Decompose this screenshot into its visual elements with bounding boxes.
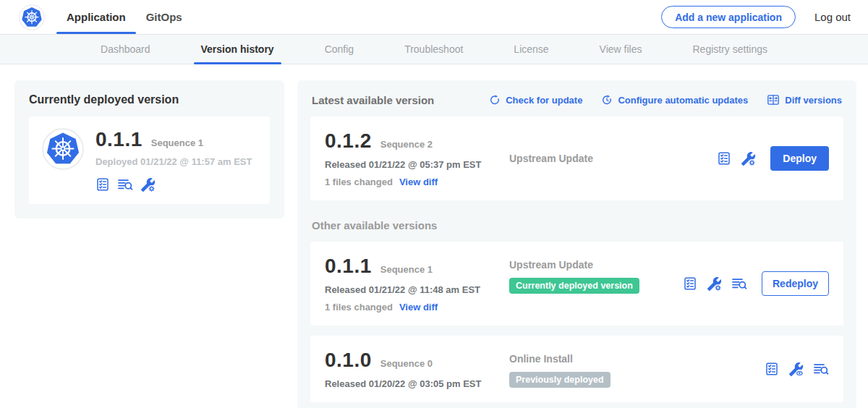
view-config-wrench-gear-icon[interactable] xyxy=(140,177,156,192)
currently-deployed-badge: Currently deployed version xyxy=(509,278,639,294)
version-source: Upstream Update xyxy=(509,153,708,164)
tab-troubleshoot[interactable]: Troubleshoot xyxy=(400,35,467,64)
deploy-button[interactable]: Deploy xyxy=(770,146,829,171)
version-number: 0.1.1 xyxy=(325,255,372,278)
tab-gitops[interactable]: GitOps xyxy=(136,0,192,34)
view-diff-link[interactable]: View diff xyxy=(399,302,438,313)
configure-automatic-updates-link[interactable]: Configure automatic updates xyxy=(601,94,748,106)
version-card-0-1-0: 0.1.0 Sequence 0 Released 01/20/22 @ 03:… xyxy=(310,336,843,402)
tab-registry-settings[interactable]: Registry settings xyxy=(689,35,772,64)
latest-available-title: Latest available version xyxy=(312,94,434,106)
section-nav: Dashboard Version history Config Trouble… xyxy=(0,34,868,64)
deploy-logs-icon[interactable] xyxy=(813,361,829,377)
tab-application[interactable]: Application xyxy=(56,0,136,34)
previously-deployed-badge: Previously deployed xyxy=(509,372,610,388)
tab-dashboard[interactable]: Dashboard xyxy=(96,35,155,64)
app-kubernetes-logo-icon xyxy=(42,128,84,170)
version-sequence: Sequence 0 xyxy=(380,358,433,369)
check-for-update-label: Check for update xyxy=(506,95,582,106)
version-card-0-1-1: 0.1.1 Sequence 1 Released 01/21/22 @ 11:… xyxy=(310,242,843,326)
diff-versions-link[interactable]: Diff versions xyxy=(767,93,842,106)
deployed-version-card: 0.1.1 Sequence 1 Deployed 01/21/22 @ 11:… xyxy=(29,116,270,204)
preflight-checklist-icon[interactable] xyxy=(683,276,697,291)
preflight-checklist-icon[interactable] xyxy=(717,151,731,166)
version-source: Online Install xyxy=(509,353,756,365)
schedule-icon xyxy=(601,94,613,106)
deployed-panel-title: Currently deployed version xyxy=(29,93,270,106)
top-bar: Application GitOps Add a new application… xyxy=(0,0,868,34)
version-sequence: Sequence 2 xyxy=(380,139,433,150)
tab-view-files[interactable]: View files xyxy=(595,35,647,64)
available-versions-panel: Latest available version Check for updat… xyxy=(297,80,856,408)
diff-icon xyxy=(767,93,780,106)
version-sequence: Sequence 1 xyxy=(380,264,433,275)
currently-deployed-panel: Currently deployed version 0.1.1 Sequenc… xyxy=(14,80,284,218)
kubernetes-logo-icon xyxy=(19,4,45,30)
app-nav: Application GitOps xyxy=(56,0,192,34)
version-released: Released 01/21/22 @ 11:48 am EST xyxy=(325,284,509,295)
add-application-button[interactable]: Add a new application xyxy=(661,6,796,28)
version-released: Released 01/21/22 @ 05:37 pm EST xyxy=(325,159,509,170)
preflight-checklist-icon[interactable] xyxy=(95,177,110,192)
deployed-sequence: Sequence 1 xyxy=(151,137,203,148)
diff-versions-label: Diff versions xyxy=(785,95,842,106)
redeploy-button[interactable]: Redeploy xyxy=(762,271,829,296)
tab-license[interactable]: License xyxy=(509,35,553,64)
files-changed: 1 files changed xyxy=(325,302,393,313)
version-number: 0.1.2 xyxy=(325,129,372,153)
configure-automatic-updates-label: Configure automatic updates xyxy=(618,95,748,106)
main-content: Currently deployed version 0.1.1 Sequenc… xyxy=(0,64,868,408)
refresh-icon xyxy=(489,94,501,106)
files-changed: 1 files changed xyxy=(325,177,393,187)
version-card-0-1-2: 0.1.2 Sequence 2 Released 01/21/22 @ 05:… xyxy=(310,116,843,200)
deployed-timestamp: Deployed 01/21/22 @ 11:57 am EST xyxy=(95,156,252,167)
view-config-wrench-eye-icon[interactable] xyxy=(788,362,804,377)
deployed-version-number: 0.1.1 xyxy=(95,128,142,151)
logout-button[interactable]: Log out xyxy=(814,11,851,23)
preflight-checklist-icon[interactable] xyxy=(765,362,779,376)
view-config-wrench-gear-icon[interactable] xyxy=(741,151,756,166)
deploy-logs-icon[interactable] xyxy=(117,177,133,192)
version-released: Released 01/20/22 @ 03:05 pm EST xyxy=(325,378,509,389)
deploy-logs-icon[interactable] xyxy=(731,276,747,292)
view-config-wrench-gear-icon[interactable] xyxy=(707,276,722,292)
check-for-update-link[interactable]: Check for update xyxy=(489,94,582,106)
tab-config[interactable]: Config xyxy=(320,35,358,64)
view-diff-link[interactable]: View diff xyxy=(399,177,438,187)
version-number: 0.1.0 xyxy=(325,349,372,372)
other-versions-title: Other available versions xyxy=(312,219,842,231)
version-source: Upstream Update xyxy=(509,259,674,271)
tab-version-history[interactable]: Version history xyxy=(197,35,278,64)
